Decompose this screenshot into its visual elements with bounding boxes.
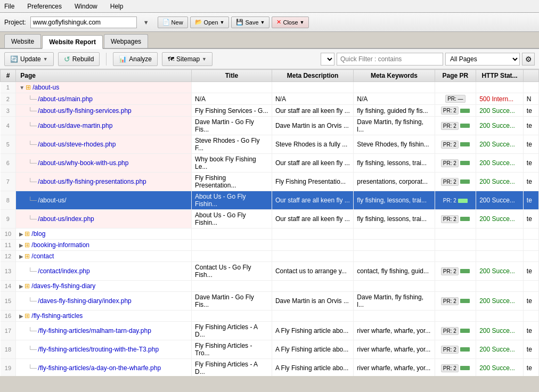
row-page[interactable]: ▶⊞/booking-information — [16, 240, 192, 251]
page-link[interactable]: /blog — [31, 230, 45, 238]
row-page[interactable]: └─/daves-fly-fishing-diary/index.php — [16, 292, 192, 311]
tab-webpages[interactable]: Webpages — [104, 34, 148, 48]
page-link[interactable]: /about-us/main.php — [38, 95, 93, 103]
page-link[interactable]: /about-us — [32, 84, 59, 91]
table-row[interactable]: 13└─/contact/index.phpContact Us - Go Fl… — [1, 262, 539, 281]
page-link[interactable]: /daves-fly-fishing-diary/index.php — [38, 297, 131, 305]
table-row[interactable]: 1▼⊞/about-us — [1, 82, 539, 93]
page-link[interactable]: /contact — [31, 252, 54, 260]
sitemap-button[interactable]: 🗺 Sitemap ▼ — [162, 52, 213, 66]
row-page[interactable]: └─/about-us/index.php — [16, 210, 192, 228]
table-row[interactable]: 10▶⊞/blog — [1, 228, 539, 240]
page-link[interactable]: /booking-information — [31, 241, 89, 249]
table-row[interactable]: 6└─/about-us/why-book-with-us.phpWhy boo… — [1, 154, 539, 173]
table-row[interactable]: 2└─/about-us/main.phpN/AN/AN/APR: —500 I… — [1, 93, 539, 105]
expand-icon[interactable]: ▶ — [19, 254, 23, 259]
open-button[interactable]: 📂 Open ▼ — [190, 17, 230, 28]
expand-icon[interactable]: ▶ — [19, 283, 23, 289]
pages-filter-dropdown[interactable]: All Pages — [445, 53, 520, 66]
filter-type-dropdown[interactable] — [321, 53, 334, 66]
row-meta-desc: Our staff are all keen fly ... — [272, 154, 353, 173]
row-page[interactable]: └─/about-us/main.php — [16, 93, 192, 105]
row-page[interactable]: └─/contact/index.php — [16, 262, 192, 281]
menu-window[interactable]: Window — [72, 2, 100, 11]
col-title[interactable]: Title — [192, 70, 272, 82]
table-row[interactable]: 9└─/about-us/index.phpAbout Us - Go Fly … — [1, 210, 539, 228]
table-row[interactable]: 4└─/about-us/dave-martin.phpDave Martin … — [1, 117, 539, 135]
page-link[interactable]: /daves-fly-fishing-diary — [31, 282, 95, 290]
col-meta-desc[interactable]: Meta Description — [272, 70, 353, 82]
table-row[interactable]: 19└─/fly-fishing-articles/a-day-on-the-w… — [1, 359, 539, 377]
row-page[interactable]: └─/about-us/ — [16, 191, 192, 210]
page-link[interactable]: /fly-fishing-articles/a-day-on-the-wharf… — [38, 364, 161, 372]
quick-filter-input[interactable] — [337, 53, 443, 66]
close-button[interactable]: ✕ Close ▼ — [272, 17, 309, 28]
settings-gear-button[interactable]: ⚙ — [522, 53, 535, 66]
page-link[interactable]: /about-us/index.php — [38, 215, 94, 223]
project-url-input[interactable] — [30, 17, 137, 28]
expand-icon[interactable]: ▶ — [19, 313, 23, 319]
row-page[interactable]: ▶⊞/blog — [16, 228, 192, 240]
row-page[interactable]: └─/about-us/fly-fishing-presentations.ph… — [16, 173, 192, 191]
row-page-pr: PR: 2 — [435, 154, 476, 173]
new-button[interactable]: 📄 New — [158, 17, 188, 28]
table-row[interactable]: 14▶⊞/daves-fly-fishing-diary — [1, 281, 539, 292]
expand-icon[interactable]: ▶ — [19, 231, 23, 237]
row-page[interactable]: └─/about-us/dave-martin.php — [16, 117, 192, 135]
row-page[interactable]: ▼⊞/about-us — [16, 82, 192, 93]
table-row[interactable]: 11▶⊞/booking-information — [1, 240, 539, 251]
save-button[interactable]: 💾 Save ▼ — [231, 17, 270, 28]
row-page-pr: PR: 2 — [435, 359, 476, 377]
row-meta-desc: Dave Martin is an Orvis ... — [272, 117, 353, 135]
page-link[interactable]: /contact/index.php — [38, 267, 89, 275]
table-row[interactable]: 12▶⊞/contact — [1, 251, 539, 262]
tab-website-report[interactable]: Website Report — [42, 35, 103, 49]
row-page[interactable]: └─/fly-fishing-articles/trouting-with-th… — [16, 340, 192, 359]
page-link[interactable]: /about-us/steve-rhodes.php — [38, 141, 116, 148]
page-link[interactable]: /about-us/ — [38, 197, 66, 204]
table-row[interactable]: 16▶⊞/fly-fishing-articles — [1, 311, 539, 322]
table-row[interactable]: 15└─/daves-fly-fishing-diary/index.phpDa… — [1, 292, 539, 311]
page-link[interactable]: /about-us/why-book-with-us.php — [38, 159, 128, 167]
page-link[interactable]: /about-us/dave-martin.php — [38, 122, 112, 129]
page-link[interactable]: /about-us/fly-fishing-presentations.php — [38, 178, 146, 185]
row-page[interactable]: ▶⊞/fly-fishing-articles — [16, 311, 192, 322]
update-button[interactable]: 🔄 Update ▼ — [4, 52, 54, 66]
col-page[interactable]: Page — [16, 70, 192, 82]
table-row[interactable]: 3└─/about-us/fly-fishing-services.phpFly… — [1, 105, 539, 117]
page-link[interactable]: /fly-fishing-articles/trouting-with-the-… — [38, 346, 159, 353]
table-row[interactable]: 7└─/about-us/fly-fishing-presentations.p… — [1, 173, 539, 191]
row-page-pr — [435, 240, 476, 251]
menu-help[interactable]: Help — [108, 2, 126, 11]
row-page[interactable]: └─/about-us/fly-fishing-services.php — [16, 105, 192, 117]
analyze-button[interactable]: 📊 Analyze — [113, 52, 158, 66]
save-icon: 💾 — [236, 19, 243, 26]
page-link[interactable]: /about-us/fly-fishing-services.php — [38, 107, 131, 115]
row-page[interactable]: ▶⊞/contact — [16, 251, 192, 262]
row-extra: te — [523, 191, 538, 210]
tab-website[interactable]: Website — [4, 34, 41, 48]
menu-preferences[interactable]: Preferences — [25, 2, 64, 11]
row-extra — [523, 240, 538, 251]
expand-icon[interactable]: ▶ — [19, 242, 23, 248]
row-page[interactable]: └─/fly-fishing-articles/malham-tarn-day.… — [16, 322, 192, 340]
table-row[interactable]: 8└─/about-us/About Us - Go Fly Fishin...… — [1, 191, 539, 210]
table-row[interactable]: 17└─/fly-fishing-articles/malham-tarn-da… — [1, 322, 539, 340]
row-page[interactable]: └─/about-us/steve-rhodes.php — [16, 135, 192, 154]
row-page[interactable]: └─/fly-fishing-articles/a-day-on-the-wha… — [16, 359, 192, 377]
menu-file[interactable]: File — [2, 2, 17, 11]
row-http-status — [476, 281, 524, 292]
col-page-pr[interactable]: Page PR — [435, 70, 476, 82]
rebuild-icon: ↺ — [64, 55, 70, 63]
page-link[interactable]: /fly-fishing-articles — [31, 312, 83, 320]
row-page[interactable]: └─/about-us/why-book-with-us.php — [16, 154, 192, 173]
page-link[interactable]: /fly-fishing-articles/malham-tarn-day.ph… — [38, 327, 151, 334]
table-row[interactable]: 5└─/about-us/steve-rhodes.phpSteve Rhode… — [1, 135, 539, 154]
row-http-status: 200 Succe... — [476, 262, 524, 281]
row-page[interactable]: ▶⊞/daves-fly-fishing-diary — [16, 281, 192, 292]
rebuild-button[interactable]: ↺ Rebuild — [58, 52, 100, 66]
col-meta-kw[interactable]: Meta Keywords — [354, 70, 435, 82]
table-row[interactable]: 18└─/fly-fishing-articles/trouting-with-… — [1, 340, 539, 359]
col-http-status[interactable]: HTTP Stat... — [476, 70, 524, 82]
expand-icon[interactable]: ▼ — [19, 85, 24, 91]
